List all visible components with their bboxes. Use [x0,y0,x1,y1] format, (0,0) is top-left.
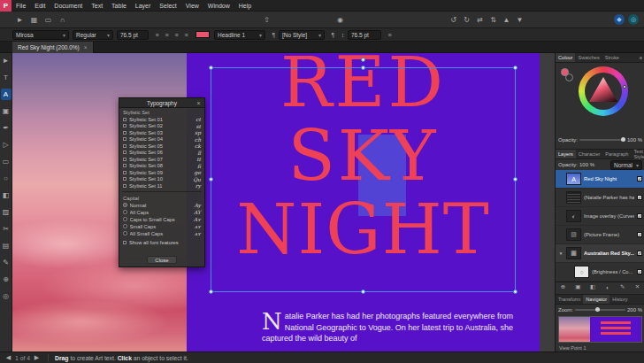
layer-row[interactable]: ▾▣Australian Red Sky...✓ [556,244,644,263]
radio-selected[interactable] [123,203,127,207]
colour-picker-tool-icon[interactable]: ✎ [1,257,12,268]
transparency-tool-icon[interactable]: ▨ [1,206,12,218]
stylistic-set-row[interactable]: Stylistic Set 03sp [119,129,204,136]
layer-visibility-checkbox[interactable]: ✓ [637,213,642,219]
canvas-area[interactable]: RED SKY NIGHT Natalie Parker has had her… [12,53,555,351]
stylistic-set-row[interactable]: Stylistic Set 08fi [119,163,204,170]
menu-text[interactable]: Text [87,0,107,12]
fill-tool-icon[interactable]: ◧ [1,189,12,201]
stylistic-set-row[interactable]: Stylistic Set 02st [119,123,204,130]
mask-layer-icon[interactable]: ◧ [588,282,597,291]
stylistic-set-row[interactable]: Stylistic Set 06ll [119,150,204,157]
adjustment-icon[interactable]: ◐ [603,282,612,291]
margins-icon[interactable]: ▭ [42,14,54,26]
radio[interactable] [123,224,127,228]
radio[interactable] [123,231,127,236]
tab-colour[interactable]: Colour [556,53,575,62]
art-text-tool-icon[interactable]: A [1,89,12,100]
leading-input[interactable]: 76.5 pt [348,30,381,40]
checkbox[interactable] [123,177,126,181]
text-colour-swatch[interactable] [196,31,210,38]
stylistic-set-row[interactable]: Stylistic Set 04ch [119,136,204,143]
fill-colour-selector[interactable] [561,68,569,76]
checkbox[interactable] [123,144,126,148]
colour-wheel[interactable] [579,66,628,116]
designer-persona-icon[interactable]: ◆ [614,14,625,25]
arrange-back-icon[interactable]: ▼ [514,14,525,26]
rectangle-tool-icon[interactable]: ▭ [1,156,12,167]
font-family-select[interactable]: Mirosa▾ [12,30,69,40]
headline-line-2[interactable]: SKY [187,121,540,190]
new-layer-icon[interactable]: ▣ [573,282,582,291]
close-icon[interactable]: × [84,44,88,50]
tab-stroke[interactable]: Stroke [602,53,622,62]
purple-page[interactable]: RED SKY NIGHT Natalie Parker has had her… [187,53,540,351]
view-tool-icon[interactable]: ⊕ [1,274,12,285]
edit-icon[interactable]: ✎ [618,282,627,291]
tab-layers[interactable]: Layers [556,150,576,158]
layer-row-child[interactable]: ○(Brightness / Co...✓ [556,263,644,282]
page-indicator[interactable]: 1 of 4 [15,355,30,361]
insert-icon[interactable]: ⇧ [261,14,272,26]
panel-menu-icon[interactable]: ≡ [637,53,644,62]
layer-visibility-checkbox[interactable]: ✓ [637,232,642,237]
stylistic-set-row[interactable]: Stylistic Set 11ry [119,182,204,189]
checkbox[interactable] [123,158,126,161]
move-tool-icon[interactable]: ► [1,55,12,66]
checkbox[interactable] [123,171,126,174]
menu-edit[interactable]: Edit [30,0,50,12]
opacity-slider-knob[interactable] [621,137,625,142]
align-right-icon[interactable]: ≡ [172,30,181,40]
layer-visibility-checkbox[interactable]: ✓ [637,195,642,200]
frame-grid-icon[interactable]: ▦ [28,14,40,26]
tab-paragraph[interactable]: Paragraph [602,150,631,158]
paragraph-style-select[interactable]: [No Style]▾ [279,30,325,40]
place-image-tool-icon[interactable]: ▤ [1,240,12,251]
rotate-right-icon[interactable]: ↻ [461,14,472,26]
pen-tool-icon[interactable]: ✒ [1,122,12,134]
node-tool-icon[interactable]: ▷ [1,139,12,151]
layer-row[interactable]: ◐Image overlay (Curves)✓ [556,207,644,226]
ellipse-tool-icon[interactable]: ○ [1,173,12,184]
menu-help[interactable]: Help [234,0,256,12]
selection-handle[interactable] [209,290,213,294]
photo-persona-icon[interactable]: ◎ [628,14,639,25]
radio[interactable] [123,217,127,221]
stylistic-set-row[interactable]: Stylistic Set 07tt [119,156,204,163]
checkbox[interactable] [123,118,126,121]
show-all-features-checkbox[interactable] [123,241,126,244]
checkbox[interactable] [123,151,126,154]
checkbox[interactable] [123,131,126,135]
picture-frame-tool-icon[interactable]: ▣ [1,105,12,117]
zoom-value[interactable]: 200 % [627,307,642,313]
vector-crop-tool-icon[interactable]: ✂ [1,223,12,235]
layers-opacity-value[interactable]: 100 % [579,162,594,167]
tab-history[interactable]: History [610,295,630,304]
blend-mode-select[interactable]: Normal▾ [610,160,642,170]
zoom-slider[interactable] [575,309,625,311]
capital-option[interactable]: All Small Capsᴀʏ [119,230,204,237]
pointer-icon[interactable]: ► [14,14,26,26]
checkbox[interactable] [123,164,126,167]
layer-row[interactable]: ▨(Picture Frame)✓ [556,226,644,244]
menu-window[interactable]: Window [203,0,234,12]
tab-character[interactable]: Character [576,150,603,158]
stylistic-set-row[interactable]: Stylistic Set 05ck [119,143,204,150]
align-left-icon[interactable]: ≡ [152,30,162,40]
app-logo-icon[interactable]: P [0,0,12,12]
layer-visibility-checkbox[interactable]: ✓ [637,269,642,274]
capital-option[interactable]: Caps to Small CapsAʏ [119,216,204,223]
layer-visibility-checkbox[interactable]: ✓ [637,176,642,182]
selection-handle[interactable] [361,290,365,294]
flip-horizontal-icon[interactable]: ⇄ [474,14,486,26]
layer-row[interactable]: (Natalie Parker has ha...✓ [556,189,644,207]
flip-vertical-icon[interactable]: ⇅ [487,14,499,26]
close-button[interactable]: Close [147,256,177,264]
checkbox[interactable] [123,137,126,141]
pilcrow-icon[interactable]: ¶ [328,30,338,40]
align-justify-icon[interactable]: ≡ [181,30,191,40]
headline-line-1[interactable]: RED [187,53,540,117]
menu-layer[interactable]: Layer [131,0,156,12]
radio[interactable] [123,210,127,214]
typography-panel-titlebar[interactable]: Typography × [119,98,204,108]
